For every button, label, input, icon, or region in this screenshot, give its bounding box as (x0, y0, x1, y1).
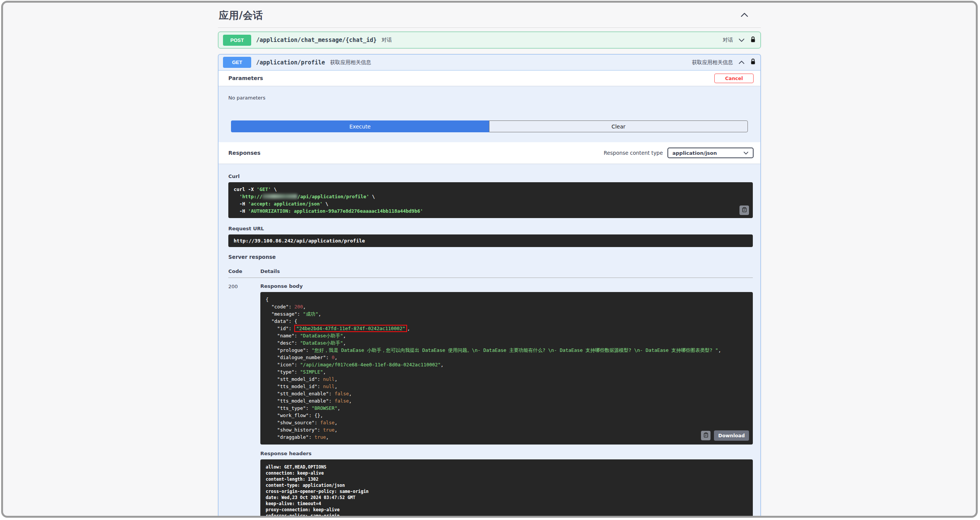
chevron-up-icon (740, 12, 749, 19)
opblock-get-profile: GET /application/profile 获取应用相关信息 获取应用相关… (218, 54, 761, 518)
response-body-actions: Download (701, 430, 749, 441)
lock-icon[interactable] (750, 36, 756, 44)
content-type-label: Response content type (604, 150, 663, 156)
content-type-wrap: Response content type application/json (604, 148, 754, 158)
opblock-post-chat-message: POST /application/chat_message/{chat_id}… (218, 32, 761, 48)
response-headers-label: Response headers (260, 451, 753, 456)
curl-label: Curl (228, 173, 753, 179)
responses-body: Curl curl -X 'GET' \ 'http:///api/applic… (218, 164, 760, 518)
responses-title: Responses (228, 150, 260, 156)
post-endpoint-summary: 对话 (382, 37, 392, 43)
post-method-badge: POST (223, 35, 251, 46)
post-endpoint-header[interactable]: POST /application/chat_message/{chat_id}… (218, 32, 760, 48)
curl-command-block: curl -X 'GET' \ 'http:///api/application… (228, 182, 753, 218)
response-body-label: Response body (260, 283, 753, 289)
parameters-section-header: Parameters Cancel (218, 71, 760, 86)
parameters-body: No parameters (218, 86, 760, 101)
get-endpoint-header[interactable]: GET /application/profile 获取应用相关信息 获取应用相关… (218, 55, 760, 71)
response-content-type-select[interactable]: application/json (667, 148, 754, 158)
post-endpoint-path: /application/chat_message/{chat_id} (256, 37, 377, 43)
table-divider (228, 278, 753, 278)
response-table-header: Code Details (228, 268, 753, 274)
response-body-block: { "code": 200, "message": "成功", "data": … (260, 292, 753, 445)
content-type-value: application/json (672, 150, 717, 156)
download-button[interactable]: Download (714, 430, 749, 441)
section-divider (218, 27, 761, 28)
response-body-json: { "code": 200, "message": "成功", "data": … (266, 296, 747, 441)
cancel-button[interactable]: Cancel (714, 74, 754, 83)
copy-response-button[interactable] (701, 431, 711, 440)
swagger-content: 应用/会话 POST /application/chat_message/{ch… (218, 3, 761, 518)
execute-button[interactable]: Execute (231, 120, 489, 132)
clipboard-icon (703, 432, 709, 439)
details-column-header: Details (260, 268, 280, 274)
responses-section-header: Responses Response content type applicat… (218, 142, 760, 164)
execute-row: Execute Clear (231, 120, 748, 132)
response-row: 200 Response body { "code": 200, "messag… (228, 283, 753, 518)
section-title: 应用/会话 (219, 9, 263, 22)
server-response-label: Server response (228, 254, 753, 260)
code-column-header: Code (228, 268, 260, 274)
chevron-down-icon (743, 150, 749, 156)
get-endpoint-summary: 获取应用相关信息 (330, 59, 371, 66)
response-headers-block: allow: GET,HEAD,OPTIONSconnection: keep-… (260, 459, 753, 518)
response-headers-text: allow: GET,HEAD,OPTIONSconnection: keep-… (266, 464, 747, 518)
api-section-header: 应用/会话 (218, 9, 761, 22)
post-header-right: 对话 (723, 36, 756, 44)
parameters-title: Parameters (228, 75, 263, 81)
clear-button[interactable]: Clear (489, 120, 748, 132)
no-parameters-text: No parameters (228, 95, 751, 101)
copy-curl-button[interactable] (739, 205, 749, 215)
get-endpoint-path: /application/profile (256, 59, 325, 66)
clipboard-icon (742, 207, 747, 213)
window-frame: 应用/会话 POST /application/chat_message/{ch… (1, 1, 978, 518)
post-summary-right: 对话 (723, 37, 733, 43)
status-code: 200 (228, 283, 260, 518)
lock-icon[interactable] (750, 58, 756, 66)
chevron-up-icon (738, 59, 745, 66)
curl-code: curl -X 'GET' \ 'http:///api/application… (234, 186, 747, 215)
get-summary-right: 获取应用相关信息 (692, 59, 733, 66)
chevron-down-icon (738, 37, 745, 44)
request-url-block: http://39.100.86.242/api/application/pro… (228, 234, 753, 247)
response-details: Response body { "code": 200, "message": … (260, 283, 753, 518)
get-method-badge: GET (223, 57, 251, 68)
request-url-label: Request URL (228, 226, 753, 231)
section-collapse-button[interactable] (739, 11, 749, 19)
get-header-right: 获取应用相关信息 (692, 58, 756, 66)
